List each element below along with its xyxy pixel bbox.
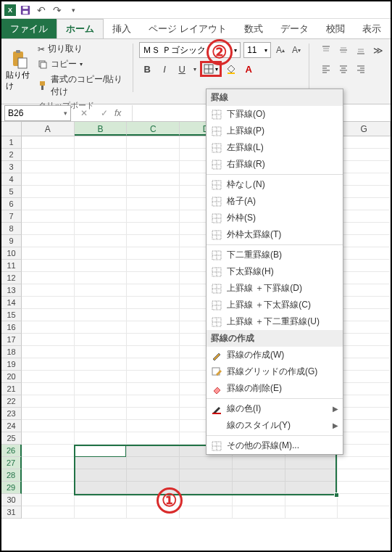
tab-view[interactable]: 表示 — [354, 19, 390, 38]
row-header[interactable]: 1 — [1, 136, 22, 149]
redo-button[interactable]: ↷ — [51, 4, 64, 17]
shrink-font-button[interactable]: A▾ — [290, 44, 303, 57]
cell[interactable] — [338, 272, 391, 284]
border-tool-draw-grid[interactable]: 罫線グリッドの作成(G) — [207, 363, 343, 380]
cell[interactable] — [127, 408, 180, 420]
cell[interactable] — [22, 395, 75, 408]
cell[interactable] — [338, 469, 391, 482]
cell[interactable] — [22, 469, 75, 482]
cell[interactable] — [22, 383, 75, 395]
cell[interactable] — [75, 420, 128, 432]
border-tool-style[interactable]: 線のスタイル(Y)▶ — [207, 417, 343, 434]
border-option-outside[interactable]: 外枠(S) — [207, 210, 343, 226]
cell[interactable] — [127, 210, 180, 223]
cell[interactable] — [75, 235, 128, 247]
row-header[interactable]: 9 — [1, 235, 22, 247]
row-header[interactable]: 2 — [1, 149, 22, 161]
cell[interactable] — [75, 223, 128, 235]
row-header[interactable]: 3 — [1, 161, 22, 173]
row-header[interactable]: 6 — [1, 198, 22, 210]
border-option-top-bottom[interactable]: 上罫線 ＋下罫線(D) — [207, 280, 343, 297]
cell[interactable] — [285, 482, 338, 494]
cell[interactable] — [127, 260, 180, 272]
col-header[interactable]: G — [338, 122, 391, 136]
border-option-top-dbl-bottom[interactable]: 上罫線 ＋下二重罫線(U) — [207, 313, 343, 330]
cell[interactable] — [75, 198, 128, 210]
cell[interactable] — [338, 198, 391, 210]
qat-more-icon[interactable]: ▾ — [67, 4, 80, 17]
row-header[interactable]: 25 — [1, 432, 22, 445]
cell[interactable] — [127, 469, 180, 482]
cell[interactable] — [75, 494, 128, 506]
tab-file[interactable]: ファイル — [1, 19, 57, 38]
tab-insert[interactable]: 挿入 — [104, 19, 140, 38]
cell[interactable] — [75, 297, 128, 309]
undo-button[interactable]: ↶ — [35, 4, 48, 17]
cell[interactable] — [338, 432, 391, 445]
cell[interactable] — [22, 457, 75, 469]
cell[interactable] — [75, 161, 128, 173]
align-left-button[interactable] — [318, 61, 334, 77]
row-header[interactable]: 8 — [1, 223, 22, 235]
cell[interactable] — [338, 457, 391, 469]
cell[interactable] — [75, 272, 128, 284]
tab-layout[interactable]: ページ レイアウト — [140, 19, 235, 38]
cell[interactable] — [127, 297, 180, 309]
cell[interactable] — [127, 334, 180, 346]
cell[interactable] — [285, 457, 338, 469]
cell[interactable] — [22, 506, 75, 519]
cell[interactable] — [338, 383, 391, 395]
cell[interactable] — [22, 371, 75, 383]
cell[interactable] — [22, 260, 75, 272]
border-option-thick-bottom[interactable]: 下太罫線(H) — [207, 263, 343, 280]
cell[interactable] — [127, 235, 180, 247]
col-header[interactable]: B — [75, 122, 128, 136]
row-header[interactable]: 30 — [1, 494, 22, 506]
cell[interactable] — [75, 210, 128, 223]
cell[interactable] — [75, 173, 128, 186]
border-option-dbl-bottom[interactable]: 下二重罫線(B) — [207, 247, 343, 263]
cell[interactable] — [180, 469, 233, 482]
cell[interactable] — [127, 247, 180, 260]
cell[interactable] — [22, 321, 75, 334]
row-header[interactable]: 22 — [1, 395, 22, 408]
format-painter-button[interactable]: 書式のコピー/貼り付け — [36, 73, 127, 99]
cell[interactable] — [338, 173, 391, 186]
border-option-top-thick-bottom[interactable]: 上罫線 ＋下太罫線(C) — [207, 297, 343, 313]
cell[interactable] — [127, 506, 180, 519]
cell[interactable] — [22, 346, 75, 358]
cell[interactable] — [338, 334, 391, 346]
cell[interactable] — [338, 408, 391, 420]
cell[interactable] — [338, 371, 391, 383]
tab-home[interactable]: ホーム — [57, 19, 104, 38]
cell[interactable] — [75, 469, 128, 482]
cell[interactable] — [127, 371, 180, 383]
cell[interactable] — [22, 161, 75, 173]
font-color-button[interactable]: A — [241, 61, 257, 77]
cell[interactable] — [127, 272, 180, 284]
cell[interactable] — [127, 149, 180, 161]
cell[interactable] — [75, 186, 128, 198]
cell[interactable] — [127, 321, 180, 334]
border-option-right[interactable]: 右罫線(R) — [207, 156, 343, 173]
fill-handle[interactable] — [334, 493, 339, 498]
cell[interactable] — [22, 173, 75, 186]
align-middle-button[interactable] — [335, 42, 351, 58]
col-header[interactable]: C — [127, 122, 180, 136]
cell[interactable] — [22, 210, 75, 223]
cell[interactable] — [338, 284, 391, 297]
cell[interactable] — [75, 334, 128, 346]
underline-dd-icon[interactable]: ▾ — [191, 61, 199, 77]
cell[interactable] — [75, 383, 128, 395]
row-header[interactable]: 23 — [1, 408, 22, 420]
cell[interactable] — [127, 223, 180, 235]
row-header[interactable]: 31 — [1, 506, 22, 519]
row-header[interactable]: 10 — [1, 247, 22, 260]
cell[interactable] — [285, 494, 338, 506]
cell[interactable] — [127, 482, 180, 494]
cell[interactable] — [338, 247, 391, 260]
cell[interactable] — [338, 149, 391, 161]
cell[interactable] — [75, 284, 128, 297]
cell[interactable] — [75, 247, 128, 260]
tab-formulas[interactable]: 数式 — [235, 19, 272, 38]
